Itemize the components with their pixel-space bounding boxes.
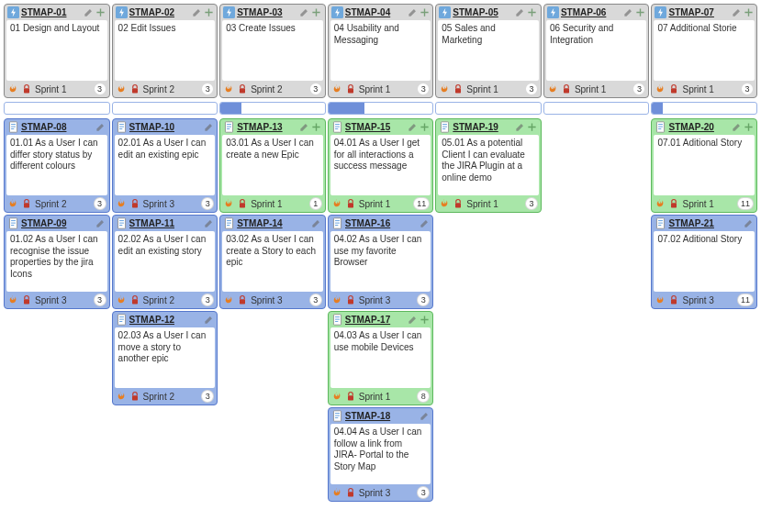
story-card[interactable]: STMAP-1002.01 As a User I can edit an ex… bbox=[112, 118, 218, 213]
edit-icon[interactable] bbox=[299, 7, 310, 18]
story-card[interactable]: STMAP-1504.01 As a User I get for all in… bbox=[328, 118, 434, 213]
add-icon[interactable] bbox=[634, 7, 645, 18]
card-id-link[interactable]: STMAP-04 bbox=[345, 7, 406, 17]
story-row: STMAP-0901.02 As a User I can recognise … bbox=[4, 215, 757, 309]
edit-icon[interactable] bbox=[299, 122, 310, 133]
story-card[interactable]: STMAP-1905.01 As a potential Client I ca… bbox=[435, 118, 542, 213]
add-icon[interactable] bbox=[311, 7, 322, 18]
edit-icon[interactable] bbox=[731, 122, 742, 133]
story-type-icon bbox=[331, 121, 343, 133]
story-card[interactable]: STMAP-0901.02 As a User I can recognise … bbox=[4, 215, 110, 309]
epic-card[interactable]: STMAP-0202 Edit IssuesSprint 23 bbox=[112, 4, 218, 98]
card-actions bbox=[203, 122, 214, 133]
edit-icon[interactable] bbox=[407, 7, 418, 18]
card-id-link[interactable]: STMAP-15 bbox=[345, 122, 406, 132]
story-type-icon bbox=[223, 217, 235, 229]
card-id-link[interactable]: STMAP-21 bbox=[668, 218, 741, 228]
edit-icon[interactable] bbox=[84, 7, 95, 18]
edit-icon[interactable] bbox=[95, 218, 106, 229]
svg-rect-80 bbox=[335, 413, 340, 414]
edit-icon[interactable] bbox=[203, 315, 214, 326]
card-id-link[interactable]: STMAP-05 bbox=[453, 7, 513, 17]
card-id-link[interactable]: STMAP-07 bbox=[668, 7, 729, 17]
edit-icon[interactable] bbox=[311, 218, 322, 229]
edit-icon[interactable] bbox=[203, 218, 214, 229]
card-id-link[interactable]: STMAP-18 bbox=[345, 411, 418, 421]
card-id-link[interactable]: STMAP-10 bbox=[129, 122, 202, 132]
story-cell: STMAP-2107.02 Aditional StorySprint 311 bbox=[651, 215, 757, 309]
story-type-icon bbox=[116, 314, 128, 326]
card-footer: Sprint 33 bbox=[329, 484, 433, 501]
edit-icon[interactable] bbox=[419, 411, 430, 422]
card-id-link[interactable]: STMAP-06 bbox=[561, 7, 621, 17]
add-icon[interactable] bbox=[527, 7, 538, 18]
epic-card[interactable]: STMAP-0505 Sales and MarketingSprint 13 bbox=[435, 4, 542, 98]
edit-icon[interactable] bbox=[407, 122, 418, 133]
edit-icon[interactable] bbox=[515, 7, 526, 18]
epic-card[interactable]: STMAP-0101 Design and LayoutSprint 13 bbox=[4, 4, 110, 98]
story-cell bbox=[651, 407, 757, 502]
add-icon[interactable] bbox=[95, 7, 106, 18]
edit-icon[interactable] bbox=[622, 7, 633, 18]
add-icon[interactable] bbox=[419, 7, 430, 18]
card-footer: Sprint 13 bbox=[329, 81, 433, 97]
priority-icon bbox=[655, 198, 666, 209]
progress-bar bbox=[543, 102, 650, 115]
card-id-link[interactable]: STMAP-20 bbox=[668, 122, 729, 132]
svg-rect-25 bbox=[227, 124, 231, 125]
story-card[interactable]: STMAP-1604.02 As a User I can use my fav… bbox=[328, 215, 434, 309]
edit-icon[interactable] bbox=[203, 122, 214, 133]
lock-icon bbox=[129, 83, 140, 94]
add-icon[interactable] bbox=[527, 122, 538, 133]
story-card[interactable]: STMAP-1303.01 As a User I can create a n… bbox=[219, 118, 326, 213]
card-id-link[interactable]: STMAP-12 bbox=[129, 315, 202, 325]
edit-icon[interactable] bbox=[407, 315, 418, 326]
edit-icon[interactable] bbox=[191, 7, 202, 18]
card-id-link[interactable]: STMAP-03 bbox=[237, 7, 297, 17]
story-card[interactable]: STMAP-0801.01 As a User I can differ sto… bbox=[4, 118, 110, 213]
edit-icon[interactable] bbox=[419, 218, 430, 229]
add-icon[interactable] bbox=[419, 122, 430, 133]
lock-icon bbox=[21, 294, 32, 305]
story-card[interactable]: STMAP-1102.02 As a User I can edit an ex… bbox=[112, 215, 218, 309]
count-badge: 3 bbox=[94, 83, 106, 95]
count-badge: 3 bbox=[417, 486, 430, 499]
add-icon[interactable] bbox=[311, 122, 322, 133]
card-id-link[interactable]: STMAP-14 bbox=[237, 218, 309, 228]
svg-rect-46 bbox=[11, 223, 16, 224]
card-id-link[interactable]: STMAP-01 bbox=[21, 7, 82, 17]
add-icon[interactable] bbox=[743, 122, 754, 133]
story-card[interactable]: STMAP-1704.03 As a User I can use mobile… bbox=[328, 311, 434, 405]
edit-icon[interactable] bbox=[731, 7, 742, 18]
add-icon[interactable] bbox=[203, 7, 214, 18]
epic-card[interactable]: STMAP-0404 Usability and MessagingSprint… bbox=[328, 4, 434, 98]
add-icon[interactable] bbox=[419, 315, 430, 326]
epic-type-icon bbox=[7, 6, 19, 18]
card-header: STMAP-05 bbox=[436, 5, 541, 20]
card-actions bbox=[622, 7, 645, 18]
card-id-link[interactable]: STMAP-09 bbox=[21, 218, 94, 228]
card-id-link[interactable]: STMAP-08 bbox=[21, 122, 94, 132]
card-id-link[interactable]: STMAP-11 bbox=[129, 218, 202, 228]
edit-icon[interactable] bbox=[743, 218, 754, 229]
edit-icon[interactable] bbox=[95, 122, 106, 133]
count-badge: 11 bbox=[413, 197, 430, 210]
story-card[interactable]: STMAP-1202.03 As a User I can move a sto… bbox=[112, 311, 218, 405]
card-id-link[interactable]: STMAP-17 bbox=[345, 315, 406, 325]
card-id-link[interactable]: STMAP-13 bbox=[237, 122, 297, 132]
edit-icon[interactable] bbox=[515, 122, 526, 133]
epic-card[interactable]: STMAP-0303 Create IssuesSprint 23 bbox=[219, 4, 326, 98]
svg-rect-1 bbox=[24, 88, 29, 93]
epic-card[interactable]: STMAP-0606 Security and IntegrationSprin… bbox=[543, 4, 650, 98]
card-footer: Sprint 13 bbox=[5, 81, 109, 97]
card-id-link[interactable]: STMAP-02 bbox=[129, 7, 190, 17]
card-id-link[interactable]: STMAP-19 bbox=[453, 122, 513, 132]
card-id-link[interactable]: STMAP-16 bbox=[345, 218, 418, 228]
story-card[interactable]: STMAP-2007.01 Aditional StorySprint 111 bbox=[651, 118, 757, 213]
story-card[interactable]: STMAP-1403.02 As a User I can create a S… bbox=[219, 215, 326, 309]
story-card[interactable]: STMAP-2107.02 Aditional StorySprint 311 bbox=[651, 215, 757, 309]
card-actions bbox=[731, 7, 754, 18]
add-icon[interactable] bbox=[743, 7, 754, 18]
epic-card[interactable]: STMAP-0707 Additional StorieSprint 13 bbox=[651, 4, 757, 98]
story-card[interactable]: STMAP-1804.04 As a User I can follow a l… bbox=[328, 407, 434, 502]
